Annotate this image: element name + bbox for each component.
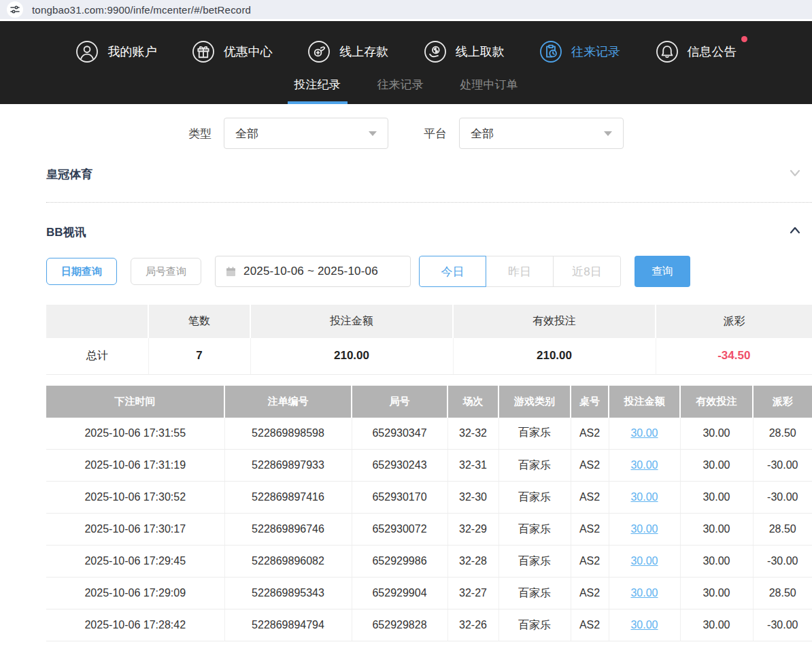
session-cell: 32-31 <box>447 450 498 482</box>
section-title: 皇冠体育 <box>46 167 92 182</box>
bet-table-header-round-id-cell: 局号 <box>352 386 447 418</box>
bet-amount-link[interactable]: 30.00 <box>630 523 658 535</box>
tab-bet-records[interactable]: 投注纪录 <box>292 71 343 104</box>
summary-header-count: 笔数 <box>148 305 250 338</box>
today-button[interactable]: 今日 <box>419 256 486 287</box>
valid-bet-cell: 30.00 <box>680 546 753 577</box>
type-filter-select[interactable]: 全部 <box>224 118 388 149</box>
bet-time-cell: 2025-10-06 17:29:09 <box>46 577 224 609</box>
bet-amount-cell: 30.00 <box>609 482 680 514</box>
type-filter-value: 全部 <box>235 126 258 141</box>
nav-item-label: 我的账户 <box>107 44 156 60</box>
main-nav: 我的账户 优惠中心 线上存款 线上取款 往来记录 <box>0 21 812 71</box>
section-title: BB视讯 <box>46 224 86 240</box>
platform-filter-select[interactable]: 全部 <box>459 118 624 149</box>
round-id-cell: 652930347 <box>352 418 447 450</box>
chevron-down-icon <box>369 131 377 136</box>
bet-table-header-bet-amount-cell: 投注金额 <box>609 386 680 418</box>
section-bb-video[interactable]: BB视讯 <box>46 216 812 248</box>
valid-bet-cell: 30.00 <box>680 482 753 514</box>
tab-pending-orders[interactable]: 处理中订单 <box>458 71 521 104</box>
payout-cell: -30.00 <box>753 482 812 514</box>
bet-amount-link[interactable]: 30.00 <box>630 555 658 567</box>
nav-item-label: 优惠中心 <box>224 44 273 60</box>
game-type-cell: 百家乐 <box>498 609 571 641</box>
search-button[interactable]: 查询 <box>635 256 690 287</box>
table-id-cell: AS2 <box>571 577 609 609</box>
date-range-value: 2025-10-06 ~ 2025-10-06 <box>243 265 378 278</box>
bet-amount-cell: 30.00 <box>609 514 680 546</box>
payout-cell: -30.00 <box>753 609 812 641</box>
payout-cell: -30.00 <box>753 450 812 482</box>
order-id-cell: 522869896082 <box>224 546 352 577</box>
bet-table-row: 2025-10-06 17:30:17522869896746652930072… <box>46 514 812 546</box>
type-filter-group: 类型 全部 <box>188 118 388 149</box>
round-id-cell: 652930243 <box>352 450 447 482</box>
table-id-cell: AS2 <box>571 609 609 641</box>
payout-cell: 28.50 <box>753 514 812 546</box>
filter-row: 类型 全部 平台 全部 <box>46 118 812 149</box>
bet-table-row: 2025-10-06 17:29:09522869895343652929904… <box>46 577 812 609</box>
bet-time-cell: 2025-10-06 17:28:42 <box>46 609 224 641</box>
section-crown-sports[interactable]: 皇冠体育 <box>46 158 812 190</box>
records-icon <box>539 40 562 63</box>
nav-item-announcements[interactable]: 信息公告 <box>656 40 737 63</box>
quick-date-group: 今日 昨日 近8日 <box>419 256 621 287</box>
bet-table-row: 2025-10-06 17:29:45522869896082652929986… <box>46 546 812 577</box>
nav-item-promotions[interactable]: 优惠中心 <box>192 40 273 63</box>
bet-time-cell: 2025-10-06 17:31:19 <box>46 450 224 482</box>
nav-item-my-account[interactable]: 我的账户 <box>75 40 156 63</box>
nav-item-records[interactable]: 往来记录 <box>539 40 620 63</box>
summary-valid-bet: 210.00 <box>453 338 656 374</box>
order-id-cell: 522869898598 <box>224 418 352 450</box>
withdraw-icon <box>424 40 447 63</box>
session-cell: 32-29 <box>447 514 498 546</box>
chevron-up-icon[interactable] <box>788 223 802 241</box>
main-header: 我的账户 优惠中心 线上存款 线上取款 往来记录 <box>0 21 812 104</box>
platform-filter-group: 平台 全部 <box>424 118 624 149</box>
nav-item-deposit[interactable]: 线上存款 <box>307 40 388 63</box>
bet-amount-link[interactable]: 30.00 <box>630 427 658 439</box>
payout-cell: 28.50 <box>753 418 812 450</box>
order-id-cell: 522869895343 <box>224 577 352 609</box>
user-icon <box>75 40 99 63</box>
bet-amount-cell: 30.00 <box>609 609 680 641</box>
date-range-input[interactable]: 2025-10-06 ~ 2025-10-06 <box>215 256 411 287</box>
valid-bet-cell: 30.00 <box>680 514 753 546</box>
table-id-cell: AS2 <box>571 450 609 482</box>
section-divider <box>46 202 812 203</box>
last-8-days-button[interactable]: 近8日 <box>554 256 621 287</box>
bet-table-body: 2025-10-06 17:31:55522869898598652930347… <box>46 418 812 641</box>
bet-amount-link[interactable]: 30.00 <box>630 491 658 503</box>
summary-count: 7 <box>148 338 250 374</box>
round-query-button[interactable]: 局号查询 <box>131 258 201 285</box>
order-id-cell: 522869897416 <box>224 482 352 514</box>
game-type-cell: 百家乐 <box>498 577 571 609</box>
bet-amount-link[interactable]: 30.00 <box>630 459 658 471</box>
valid-bet-cell: 30.00 <box>680 450 753 482</box>
date-query-button[interactable]: 日期查询 <box>46 258 117 285</box>
table-id-cell: AS2 <box>571 514 609 546</box>
bet-amount-link[interactable]: 30.00 <box>630 619 658 631</box>
round-id-cell: 652929986 <box>352 546 447 577</box>
content-area: 类型 全部 平台 全部 皇冠体育 BB视讯 日期查询 局号查询 <box>0 118 812 641</box>
bet-table-header-valid-bet-cell: 有效投注 <box>680 386 753 418</box>
tab-transaction-records[interactable]: 往来记录 <box>375 71 426 104</box>
summary-bet-amount: 210.00 <box>250 338 453 374</box>
bet-time-cell: 2025-10-06 17:31:55 <box>46 418 224 450</box>
url-text[interactable]: tongbao31.com:9900/infe/mcenter/#/betRec… <box>32 4 251 16</box>
game-type-cell: 百家乐 <box>498 450 571 482</box>
yesterday-button[interactable]: 昨日 <box>486 256 554 287</box>
chevron-down-icon[interactable] <box>788 165 802 183</box>
summary-header-payout: 派彩 <box>656 305 812 338</box>
valid-bet-cell: 30.00 <box>680 577 753 609</box>
browser-url-bar: tongbao31.com:9900/infe/mcenter/#/betRec… <box>0 0 812 21</box>
site-settings-icon[interactable] <box>7 1 23 18</box>
bet-amount-link[interactable]: 30.00 <box>630 587 658 599</box>
platform-filter-value: 全部 <box>471 126 494 141</box>
bet-amount-cell: 30.00 <box>609 418 680 450</box>
record-tabs: 投注纪录 往来记录 处理中订单 <box>0 71 812 104</box>
query-controls: 日期查询 局号查询 2025-10-06 ~ 2025-10-06 今日 昨日 … <box>46 256 812 287</box>
nav-item-withdraw[interactable]: 线上取款 <box>424 40 505 63</box>
summary-total-label: 总计 <box>46 338 148 374</box>
